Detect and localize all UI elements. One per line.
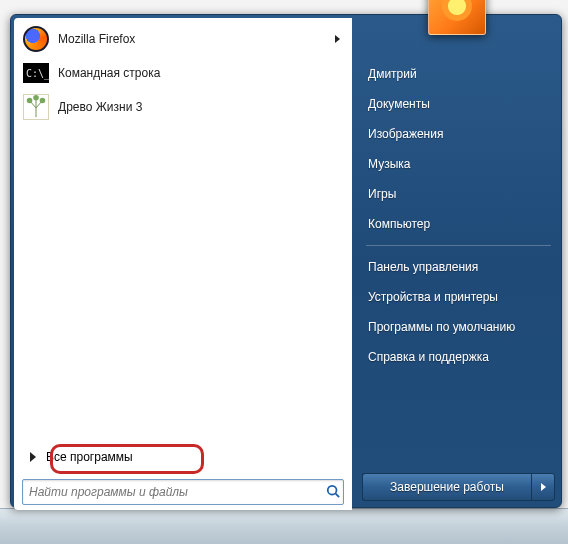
start-menu-left-pane: Mozilla Firefox C:\_ Командная строка Др… [14,18,352,510]
svg-point-6 [33,95,39,101]
shutdown-button[interactable]: Завершение работы [362,473,531,501]
taskbar[interactable] [0,508,568,544]
firefox-icon [22,25,50,53]
right-item-help-support[interactable]: Справка и поддержка [362,342,555,372]
program-label: Mozilla Firefox [58,32,335,46]
program-label: Древо Жизни 3 [58,100,344,114]
search-box[interactable] [22,479,344,505]
right-item-music[interactable]: Музыка [362,149,555,179]
search-input[interactable] [23,485,323,499]
shutdown-options-button[interactable] [531,473,555,501]
separator [366,245,551,246]
right-item-documents[interactable]: Документы [362,89,555,119]
chevron-right-icon [30,452,36,462]
flower-icon [442,0,472,21]
program-item-firefox[interactable]: Mozilla Firefox [16,22,350,56]
right-item-user[interactable]: Дмитрий [362,59,555,89]
svg-point-7 [328,485,337,494]
svg-line-8 [336,493,340,497]
svg-point-5 [40,98,46,104]
search-icon[interactable] [323,484,343,501]
chevron-right-icon [541,483,546,491]
all-programs-label: Все программы [46,450,133,464]
right-item-default-programs[interactable]: Программы по умолчанию [362,312,555,342]
shutdown-label: Завершение работы [390,480,504,494]
svg-point-4 [27,98,33,104]
tree-icon [22,93,50,121]
program-item-tree[interactable]: Древо Жизни 3 [16,90,350,124]
start-menu: Mozilla Firefox C:\_ Командная строка Др… [10,14,562,508]
right-item-games[interactable]: Игры [362,179,555,209]
right-item-pictures[interactable]: Изображения [362,119,555,149]
submenu-arrow-icon [335,35,340,43]
right-item-computer[interactable]: Компьютер [362,209,555,239]
user-avatar[interactable] [428,0,486,35]
program-item-cmd[interactable]: C:\_ Командная строка [16,56,350,90]
cmd-icon: C:\_ [22,59,50,87]
program-label: Командная строка [58,66,344,80]
shutdown-split-button: Завершение работы [362,473,555,501]
right-item-control-panel[interactable]: Панель управления [362,252,555,282]
right-item-devices-printers[interactable]: Устройства и принтеры [362,282,555,312]
all-programs-button[interactable]: Все программы [24,444,342,470]
system-links-list: Дмитрий Документы Изображения Музыка Игр… [362,59,555,372]
pinned-programs-list: Mozilla Firefox C:\_ Командная строка Др… [14,18,352,510]
start-menu-right-pane: Дмитрий Документы Изображения Музыка Игр… [352,15,561,507]
